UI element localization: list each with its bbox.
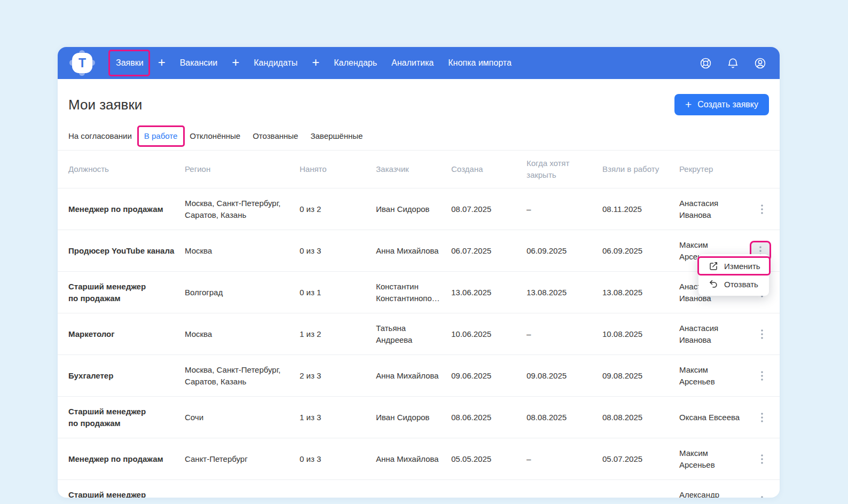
nav-item-import[interactable]: Кнопка импорта	[448, 58, 512, 68]
cell-hired: 3 из 3	[300, 495, 376, 498]
cell-customer: Иван Сидоров	[376, 412, 451, 423]
nav-item-candidates[interactable]: Кандидаты	[254, 58, 297, 68]
cell-actions	[750, 199, 771, 219]
cell-position: Старший менеджер по продажам	[68, 406, 185, 429]
cell-created: 05.05.2025	[451, 453, 527, 465]
cell-close-by: –	[527, 203, 602, 215]
profile-icon[interactable]	[753, 57, 767, 70]
cell-customer: Анна Михайлова	[376, 453, 451, 465]
nav-item-requests[interactable]: Заявки	[116, 58, 144, 68]
cell-close-by: 13.08.2025	[527, 287, 602, 298]
cell-region: Сочи	[185, 495, 300, 498]
page-title: Мои заявки	[68, 97, 142, 113]
app-logo[interactable]: T	[70, 51, 94, 75]
cell-taken: 10.08.2025	[602, 328, 679, 340]
table-row[interactable]: Менеджер по продажамСанкт-Петербург0 из …	[58, 438, 780, 479]
cell-hired: 1 из 3	[300, 412, 376, 423]
cell-customer: Анна Михайлова	[376, 245, 451, 257]
cell-created: 13.06.2025	[451, 287, 527, 298]
table-row[interactable]: Продюсер YouTube каналаМосква0 из 3Анна …	[58, 230, 780, 271]
cell-position: Менеджер по продажам	[68, 453, 185, 465]
help-icon[interactable]	[699, 57, 712, 70]
row-actions-button[interactable]	[753, 199, 771, 219]
cell-created: 09.06.2025	[451, 370, 527, 382]
cell-position: Маркетолог	[68, 328, 185, 340]
row-actions-button[interactable]	[753, 366, 771, 386]
edit-icon	[709, 261, 718, 271]
cell-region: Москва	[185, 328, 300, 340]
cell-close-by: –	[527, 328, 602, 340]
tab-rejected[interactable]: Отклонённые	[190, 131, 240, 141]
cell-region: Сочи	[185, 412, 300, 423]
cell-region: Москва, Санкт-Петербург, Саратов, Казань	[185, 198, 300, 221]
menu-item-label: Изменить	[724, 262, 760, 271]
table-row[interactable]: Старший менеджер по продажамВолгоград0 и…	[58, 271, 780, 313]
cell-created: 08.06.2025	[451, 412, 527, 423]
nav-add-requests-button[interactable]: +	[158, 56, 166, 69]
cell-recruiter: Максим Арсеньев	[679, 364, 750, 388]
cell-hired: 0 из 1	[300, 287, 376, 298]
row-actions-button[interactable]	[753, 449, 771, 469]
cell-recruiter: Максим Арсеньев	[679, 447, 750, 471]
cell-close-by: 08.08.2025	[527, 412, 602, 423]
notifications-icon[interactable]	[726, 57, 740, 70]
cell-hired: 0 из 3	[300, 245, 376, 257]
cell-customer: Татьяна Андреева	[376, 322, 451, 346]
table-row[interactable]: Старший менеджер по продажамСочи3 из 3Ив…	[58, 479, 780, 498]
cell-customer: Константин Константинопо…	[376, 281, 451, 304]
tabs: На согласованииВ работеОтклонённыеОтозва…	[58, 115, 780, 151]
cell-actions	[750, 366, 771, 386]
menu-item-edit[interactable]: Изменить	[698, 257, 769, 275]
nav-item-vacancies[interactable]: Вакансии	[180, 58, 218, 68]
table-row[interactable]: БухгалетерМосква, Санкт-Петербург, Сарат…	[58, 355, 780, 396]
nav-item-calendar[interactable]: Календарь	[334, 58, 377, 68]
create-request-button[interactable]: + Создать заявку	[674, 94, 769, 115]
nav-item-analytics[interactable]: Аналитика	[391, 58, 434, 68]
row-actions-button[interactable]	[753, 324, 771, 344]
tab-withdrawn[interactable]: Отозванные	[253, 131, 298, 141]
cell-taken: 08.08.2025	[602, 412, 679, 423]
tab-in-progress[interactable]: В работе	[144, 131, 178, 141]
context-menu: ИзменитьОтозвать	[698, 254, 769, 296]
cell-recruiter: Оксана Евсеева	[679, 412, 750, 423]
column-header-6: Когда хотят закрыть	[527, 158, 602, 181]
table-row[interactable]: Менеджер по продажамМосква, Санкт-Петерб…	[58, 188, 780, 230]
cell-hired: 0 из 3	[300, 453, 376, 465]
cell-hired: 0 из 2	[300, 203, 376, 215]
cell-close-by: –	[527, 453, 602, 465]
table-row[interactable]: МаркетологМосква1 из 2Татьяна Андреева10…	[58, 313, 780, 355]
menu-item-withdraw[interactable]: Отозвать	[698, 275, 769, 293]
top-navbar: T Заявки+Вакансии+Кандидаты+КалендарьАна…	[58, 47, 780, 79]
row-actions-button[interactable]	[753, 407, 771, 428]
nav-add-candidates-button[interactable]: +	[312, 56, 319, 69]
column-header-2: Регион	[185, 163, 300, 175]
cell-position: Менеджер по продажам	[68, 203, 185, 215]
menu-item-label: Отозвать	[724, 280, 758, 289]
cell-created: 10.06.2025	[451, 328, 527, 340]
row-actions-button[interactable]	[753, 491, 771, 498]
table-row[interactable]: Старший менеджер по продажамСочи1 из 3Ив…	[58, 396, 780, 438]
cell-recruiter: Анастасия Иванова	[679, 198, 750, 221]
cell-region: Волгоград	[185, 287, 300, 298]
cell-close-by: 06.09.2025	[527, 245, 602, 257]
cell-taken: Завершена	[602, 495, 679, 498]
create-request-label: Создать заявку	[697, 100, 758, 109]
cell-hired: 1 из 2	[300, 328, 376, 340]
tab-completed[interactable]: Завершённые	[310, 131, 363, 141]
cell-region: Москва	[185, 245, 300, 257]
nav-items: Заявки+Вакансии+Кандидаты+КалендарьАнали…	[116, 58, 512, 69]
cell-customer: Анна Михайлова	[376, 370, 451, 382]
column-header-3: Нанято	[300, 163, 376, 175]
column-header-7: Взяли в работу	[602, 163, 679, 175]
cell-hired: 2 из 3	[300, 370, 376, 382]
column-header-5: Создана	[451, 163, 527, 175]
cell-position: Старший менеджер по продажам	[68, 281, 185, 304]
nav-add-vacancies-button[interactable]: +	[232, 56, 239, 69]
tab-on-approval[interactable]: На согласовании	[68, 131, 132, 141]
app-window: T Заявки+Вакансии+Кандидаты+КалендарьАна…	[58, 47, 780, 498]
page-header: Мои заявки + Создать заявку	[58, 79, 780, 115]
cell-taken: 05.07.2025	[602, 453, 679, 465]
cell-position: Продюсер YouTube канала	[68, 245, 185, 257]
cell-taken: 09.08.2025	[602, 370, 679, 382]
cell-created: 08.07.2025	[451, 203, 527, 215]
